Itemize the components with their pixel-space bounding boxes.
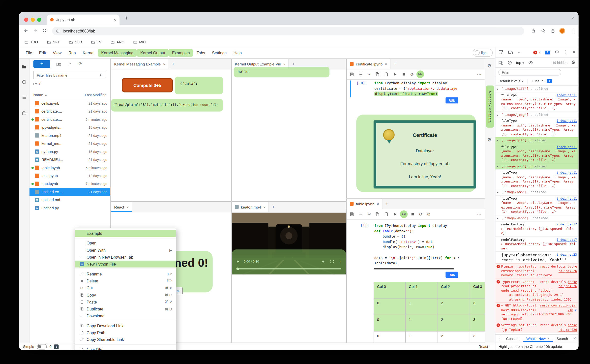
volume-icon[interactable] (322, 259, 326, 264)
context-menu-item-new-file[interactable]: New File (75, 346, 176, 350)
copy-icon[interactable] (375, 212, 380, 217)
console-entry[interactable]: ▶['image/webp'] undefined (495, 215, 578, 221)
more-tabs-icon[interactable]: » (518, 50, 520, 55)
terminal-icon[interactable]: S (54, 344, 59, 349)
menu-run[interactable]: Run (65, 49, 79, 57)
more-icon[interactable]: ⋯ (477, 212, 482, 217)
console-entry[interactable]: ▶['image/gif'] undefined (495, 137, 578, 144)
drawer-close-icon[interactable]: × (574, 336, 576, 341)
file-row-keaton-mp4[interactable]: keaton.mp421 days ago (30, 131, 110, 139)
more-icon[interactable]: ⋯ (477, 72, 482, 77)
source-link[interactable]: react devtools backend.js:4026 (539, 279, 577, 288)
context-menu-item-example[interactable]: Example (75, 230, 176, 237)
console-entry[interactable]: index.js:11fileType{name: 'bmp', display… (495, 169, 578, 189)
run-icon[interactable] (393, 212, 397, 217)
insert-cell-icon[interactable] (359, 212, 363, 217)
console-entry[interactable]: ▶['image/bmp'] undefined (495, 189, 578, 195)
source-link[interactable]: serverconnection.js:210ⓘ (539, 303, 577, 312)
close-icon[interactable]: × (283, 62, 286, 66)
issues-badge[interactable]: 1 (545, 50, 550, 54)
paste-icon[interactable] (384, 212, 389, 217)
hidden-messages-label[interactable]: 19 hidden (552, 61, 567, 64)
add-tab-icon[interactable]: + (269, 202, 278, 212)
drawer-tab-search[interactable]: Search (553, 335, 571, 342)
source-link[interactable]: react devtools backend.js:4026 (539, 323, 577, 332)
close-icon[interactable]: × (548, 337, 550, 340)
notebook-metadata-tab[interactable]: Notebook Metadata (486, 86, 494, 128)
run-icon[interactable] (393, 72, 397, 77)
extensions-puzzle-icon[interactable] (551, 28, 556, 33)
add-tab-icon[interactable]: + (390, 59, 399, 69)
bookmark-anc[interactable]: ANC (111, 40, 124, 44)
file-row-kernel-me[interactable]: kernel_me...21 days ago (30, 140, 110, 148)
menu-tabs[interactable]: Tabs (193, 49, 208, 57)
file-row-untitled-ex[interactable]: untitled.ex...21 days ago (30, 188, 110, 196)
property-inspector-icon[interactable]: ⚙ (487, 63, 492, 69)
inspect-element-icon[interactable] (499, 50, 503, 55)
home-folder-icon[interactable] (33, 82, 37, 86)
restart-icon[interactable]: ⟳ (419, 212, 423, 217)
menu-kernel[interactable]: Kernel (79, 49, 98, 57)
clear-console-icon[interactable] (507, 60, 512, 65)
console-entry[interactable]: ✕react devtools backend.js:4026Plugin 'j… (495, 263, 578, 278)
interrupt-icon[interactable] (402, 72, 406, 77)
console-entry[interactable]: ✕serverconnection.js:210ⓘ▸ GET http://lo… (495, 302, 578, 322)
add-tab-icon[interactable]: + (383, 199, 391, 209)
play-icon[interactable] (236, 259, 240, 264)
bookmark-sft[interactable]: SFT (47, 40, 60, 44)
context-menu-item-download[interactable]: Download (75, 312, 176, 319)
context-selector[interactable]: top▼ (516, 61, 525, 65)
drawer-tab-console[interactable]: Console (503, 335, 523, 342)
save-icon[interactable] (350, 212, 354, 217)
forward-icon[interactable] (33, 28, 38, 33)
restart-icon[interactable]: ⟳ (411, 72, 414, 77)
close-icon[interactable]: × (385, 62, 387, 66)
new-tab-button[interactable] (124, 16, 129, 20)
run-all-icon[interactable] (417, 70, 424, 78)
new-launcher-button[interactable]: + (33, 60, 50, 68)
error-count-badge[interactable]: ✕7 (533, 50, 540, 54)
device-toolbar-icon[interactable] (508, 50, 513, 55)
tab-table-ipynb[interactable]: table.ipynb × (347, 199, 383, 209)
console-entry[interactable]: index.js:11fileType{name: 'gif', display… (495, 118, 578, 137)
console-entry[interactable]: index.js:11fileType{name: 'png', display… (495, 144, 578, 163)
expand-arrow-icon[interactable]: ▶ (497, 190, 498, 195)
code-editor[interactable]: from IPython.display import displaycerti… (374, 81, 457, 97)
close-window-button[interactable] (24, 18, 28, 22)
live-expression-eye-icon[interactable] (528, 60, 533, 65)
source-link[interactable]: index.js:17 (557, 222, 577, 227)
video-progress-bar[interactable] (236, 268, 341, 269)
file-row-certificate[interactable]: certificate....6 minutes ago (30, 115, 110, 123)
file-browser-icon[interactable] (22, 64, 27, 69)
devtools-kebab-icon[interactable]: ⋮ (563, 50, 568, 55)
run-cell-button[interactable]: RUN (445, 272, 458, 278)
profile-avatar[interactable] (559, 28, 565, 34)
reload-icon[interactable] (42, 28, 47, 33)
cell-collapser[interactable] (350, 81, 351, 97)
context-menu-item-open[interactable]: Open (75, 240, 176, 246)
context-menu-item-rename[interactable]: RenameF2 (75, 270, 176, 277)
table-of-contents-icon[interactable] (22, 95, 27, 100)
tab-search-chevron-icon[interactable] (571, 16, 575, 20)
issues-link[interactable]: 1 Issue: (532, 79, 544, 83)
expand-arrow-icon[interactable]: ▶ (497, 87, 498, 91)
context-menu-item-copy-shareable-link[interactable]: Copy Shareable Link (75, 336, 176, 343)
new-folder-icon[interactable] (56, 61, 61, 66)
upload-icon[interactable] (67, 61, 72, 66)
drawer-tab-what-s-new[interactable]: What's New× (523, 335, 553, 342)
console-settings-icon[interactable]: ⚙ (571, 60, 576, 65)
console-entry[interactable]: ▶panel.js:53{header: {…}, msg_id: '23d67… (495, 333, 578, 334)
expand-arrow-icon[interactable]: ▶ (497, 113, 498, 117)
file-row-certificate[interactable]: certificate....21 days ago (30, 107, 110, 115)
bookmark-tv[interactable]: TV (91, 40, 102, 44)
code-editor[interactable]: from IPython.display import displaydef T… (374, 223, 459, 266)
file-row-table-ipynb[interactable]: table.ipynb6 minutes ago (30, 164, 110, 172)
theme-toggle[interactable]: light (473, 49, 493, 57)
source-link[interactable]: index.js:17 (557, 237, 577, 242)
devtools-close-icon[interactable]: × (573, 50, 575, 55)
modified-column-header[interactable]: Last Modified (85, 93, 106, 97)
console-entry[interactable]: ▶['image/jpeg'] undefined (495, 111, 578, 118)
compute-button[interactable]: Compute 3+5 (122, 78, 173, 92)
menu-kernel-messaging[interactable]: Kernel Messaging (98, 49, 137, 57)
paste-icon[interactable] (384, 72, 389, 77)
